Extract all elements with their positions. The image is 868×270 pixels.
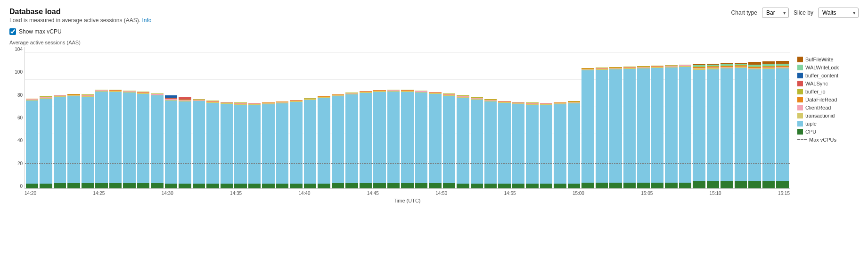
bar-group[interactable] [526, 47, 538, 188]
legend-color-swatch [797, 57, 803, 62]
legend-color-swatch [797, 129, 803, 135]
bar-group[interactable] [332, 47, 344, 188]
bar-group[interactable] [401, 47, 413, 188]
bar-segment [26, 101, 38, 184]
bar-segment [693, 70, 705, 182]
bar-group[interactable] [568, 47, 580, 188]
bar-segment [679, 67, 691, 183]
bar-group[interactable] [123, 47, 135, 188]
bar-group[interactable] [360, 47, 372, 188]
bar-segment [221, 104, 233, 184]
bar-segment [651, 183, 663, 188]
bar-group[interactable] [82, 47, 94, 188]
bar-segment [151, 183, 163, 188]
bar-group[interactable] [415, 47, 427, 188]
x-tick: 14:25 [93, 191, 105, 196]
bar-group[interactable] [512, 47, 524, 188]
bar-group[interactable] [429, 47, 441, 188]
chart-type-select[interactable]: Bar Line [762, 8, 789, 18]
bar-group[interactable] [304, 47, 316, 188]
bar-group[interactable] [40, 47, 52, 188]
y-tick-20: 20 [17, 161, 23, 166]
bar-group[interactable] [137, 47, 149, 188]
bar-group[interactable] [637, 47, 649, 188]
info-link[interactable]: Info [142, 17, 151, 24]
bar-group[interactable] [665, 47, 677, 188]
bar-group[interactable] [443, 47, 455, 188]
x-tick: 14:40 [298, 191, 310, 196]
bar-group[interactable] [721, 47, 733, 188]
legend-item: buffer_io [797, 89, 859, 94]
bar-group[interactable] [484, 47, 497, 188]
bar-group[interactable] [748, 47, 761, 188]
y-axis-title: Average active sessions (AAS) [9, 40, 859, 45]
bar-group[interactable] [26, 47, 38, 188]
slice-by-select[interactable]: Waits SQL User Host Database [818, 8, 859, 18]
bar-segment [721, 181, 733, 188]
bar-group[interactable] [373, 47, 385, 188]
bar-group[interactable] [345, 47, 358, 188]
bar-group[interactable] [318, 47, 330, 188]
bar-group[interactable] [540, 47, 552, 188]
bar-segment [387, 92, 400, 183]
bar-group[interactable] [776, 47, 788, 188]
bar-segment [248, 184, 261, 188]
bar-group[interactable] [67, 47, 80, 188]
bar-group[interactable] [596, 47, 608, 188]
bar-segment [373, 92, 385, 183]
bar-group[interactable] [762, 47, 775, 188]
bar-group[interactable] [679, 47, 691, 188]
bar-segment [596, 70, 608, 183]
bar-segment [748, 181, 761, 188]
bar-segment [776, 68, 788, 181]
bar-group[interactable] [554, 47, 566, 188]
bar-segment [484, 184, 497, 188]
bar-segment [596, 183, 608, 188]
bar-group[interactable] [581, 47, 594, 188]
show-max-vcpu-checkbox[interactable] [9, 28, 16, 35]
bar-group[interactable] [623, 47, 636, 188]
x-tick: 15:15 [778, 191, 790, 196]
bar-segment [429, 94, 441, 183]
bar-group[interactable] [262, 47, 274, 188]
bar-group[interactable] [457, 47, 469, 188]
legend-color-swatch [797, 113, 803, 118]
bar-group[interactable] [179, 47, 191, 188]
bar-group[interactable] [290, 47, 302, 188]
bar-group[interactable] [221, 47, 233, 188]
bar-group[interactable] [693, 47, 705, 188]
y-tick-104: 104 [15, 47, 23, 52]
bar-group[interactable] [276, 47, 288, 188]
bar-group[interactable] [735, 47, 747, 188]
bar-segment [179, 101, 191, 183]
bar-segment [581, 183, 594, 188]
bar-group[interactable] [95, 47, 107, 188]
show-max-vcpu-label[interactable]: Show max vCPU [19, 28, 62, 35]
bar-group[interactable] [707, 47, 719, 188]
bar-group[interactable] [609, 47, 622, 188]
bar-group[interactable] [387, 47, 400, 188]
bar-group[interactable] [165, 47, 177, 188]
bar-group[interactable] [651, 47, 663, 188]
legend-item: CPU [797, 129, 859, 135]
bar-group[interactable] [151, 47, 163, 188]
bar-segment [637, 183, 649, 188]
bar-segment [332, 183, 344, 188]
legend-label: Max vCPUs [809, 137, 836, 143]
bar-group[interactable] [206, 47, 219, 188]
bar-segment [415, 93, 427, 183]
bar-group[interactable] [193, 47, 205, 188]
bar-group[interactable] [248, 47, 261, 188]
bar-segment [554, 184, 566, 188]
bar-group[interactable] [234, 47, 246, 188]
bar-segment [137, 94, 149, 183]
bar-group[interactable] [498, 47, 510, 188]
y-tick-60: 60 [17, 116, 23, 120]
page-title: Database load [9, 8, 152, 16]
bar-group[interactable] [109, 47, 122, 188]
bar-group[interactable] [54, 47, 66, 188]
bar-segment [332, 96, 344, 183]
bar-group[interactable] [471, 47, 483, 188]
bar-segment [457, 184, 469, 188]
bar-segment [165, 101, 177, 183]
